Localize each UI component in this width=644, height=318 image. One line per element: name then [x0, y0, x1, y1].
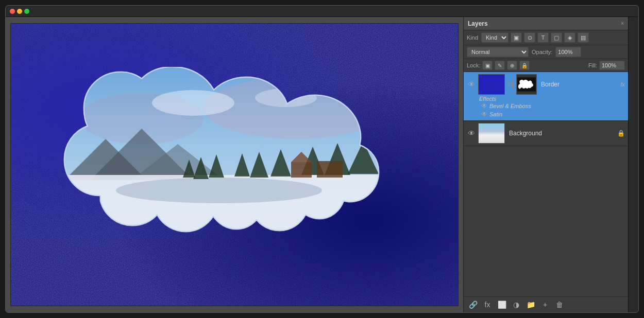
lock-label: Lock:	[467, 62, 480, 68]
layer-visibility-background[interactable]: 👁	[467, 129, 476, 137]
delete-layer-btn[interactable]: 🗑	[553, 299, 566, 310]
layer-lock-icon: 🔒	[617, 130, 625, 137]
smart-filter-btn[interactable]: ◈	[564, 32, 575, 43]
svg-point-3	[152, 90, 234, 116]
fill-value[interactable]: 100%	[599, 61, 625, 70]
panel-title: Layers	[468, 20, 488, 27]
effect-visibility-bevel[interactable]: 👁	[481, 102, 487, 110]
canvas	[10, 23, 459, 306]
cloud-shape	[39, 67, 430, 262]
layer-thumb-background	[478, 123, 505, 144]
svg-rect-19	[291, 162, 312, 178]
app-window: Layers × Kind Kind ▣ ⊙ T ▢ ◈ ▤ Normal	[5, 5, 639, 313]
close-dot[interactable]	[10, 9, 15, 14]
maximize-dot[interactable]	[24, 9, 29, 14]
svg-point-1	[204, 77, 389, 139]
panel-close-button[interactable]: ×	[621, 21, 624, 26]
panel-header: Layers ×	[464, 17, 628, 30]
svg-point-4	[255, 89, 317, 107]
kind-label: Kind	[467, 34, 478, 41]
effect-name-satin: Satin	[489, 111, 502, 117]
effects-label: Effects	[479, 96, 497, 102]
layer-name-background: Background	[507, 130, 615, 137]
extra-filter-btn[interactable]: ▤	[578, 32, 589, 43]
minimize-dot[interactable]	[17, 9, 22, 14]
lock-position-btn[interactable]: ✎	[495, 61, 505, 70]
effect-visibility-satin[interactable]: 👁	[481, 111, 487, 118]
lock-artboard-btn[interactable]: ⊕	[507, 61, 517, 70]
layer-thumb-border-color	[478, 74, 505, 95]
layer-visibility-border[interactable]: 👁	[467, 80, 476, 89]
layer-item-background[interactable]: 👁 Background 🔒	[464, 121, 628, 146]
blend-mode-dropdown[interactable]: Normal	[467, 47, 529, 57]
layer-mask-thumb-border	[516, 74, 537, 95]
layer-fx-icon: fx	[620, 81, 625, 87]
lock-all-btn[interactable]: 🔒	[519, 61, 530, 70]
effect-satin[interactable]: 👁 Satin	[467, 110, 625, 118]
main-area: Layers × Kind Kind ▣ ⊙ T ▢ ◈ ▤ Normal	[6, 17, 638, 312]
shape-filter-btn[interactable]: ▢	[551, 32, 562, 43]
effect-bevel-emboss[interactable]: 👁 Bevel & Emboss	[467, 102, 625, 110]
layers-list: 👁 ⛓ Border	[464, 72, 628, 296]
effects-row: Effects	[467, 95, 625, 102]
titlebar	[6, 6, 638, 17]
kind-filter-row: Kind Kind ▣ ⊙ T ▢ ◈ ▤	[464, 30, 628, 45]
lock-fill-row: Lock: ▣ ✎ ⊕ 🔒 Fill: 100%	[464, 59, 628, 72]
add-adjustment-btn[interactable]: ◑	[510, 299, 522, 310]
layer-chain-icon: ⛓	[507, 80, 514, 89]
opacity-value[interactable]: 100%	[555, 47, 581, 57]
svg-rect-21	[317, 161, 343, 178]
type-filter-btn[interactable]: T	[537, 32, 549, 43]
right-panel-strip	[628, 17, 638, 312]
opacity-label: Opacity:	[532, 49, 552, 55]
svg-point-9	[116, 178, 322, 203]
canvas-area[interactable]	[6, 17, 463, 312]
effect-name-bevel: Bevel & Emboss	[489, 103, 531, 109]
link-layers-btn[interactable]: 🔗	[467, 299, 479, 310]
lock-pixels-btn[interactable]: ▣	[482, 61, 493, 70]
layer-name-border: Border	[539, 81, 618, 88]
new-layer-btn[interactable]: +	[539, 299, 551, 310]
panel-bottom-toolbar: 🔗 fx ⬜ ◑ 📁 + 🗑	[464, 296, 628, 312]
blend-opacity-row: Normal Opacity: 100%	[464, 45, 628, 59]
fill-label: Fill:	[588, 62, 597, 68]
layers-panel: Layers × Kind Kind ▣ ⊙ T ▢ ◈ ▤ Normal	[463, 17, 628, 312]
adjustment-filter-btn[interactable]: ⊙	[524, 32, 535, 43]
add-group-btn[interactable]: 📁	[524, 299, 537, 310]
kind-dropdown[interactable]: Kind	[481, 32, 509, 43]
add-fx-btn[interactable]: fx	[481, 299, 494, 310]
pixel-filter-btn[interactable]: ▣	[511, 32, 522, 43]
layer-item-border[interactable]: 👁 ⛓ Border	[464, 72, 628, 121]
add-mask-btn[interactable]: ⬜	[496, 299, 508, 310]
